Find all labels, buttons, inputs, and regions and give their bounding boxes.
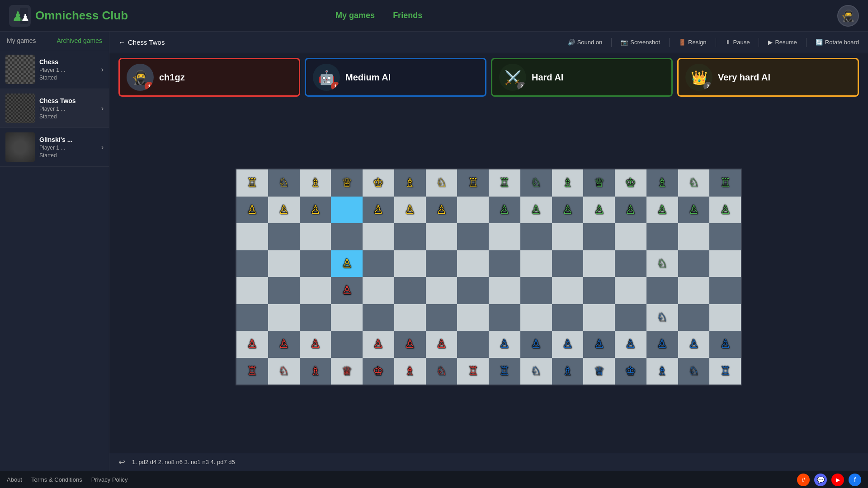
cell[interactable] bbox=[426, 250, 458, 277]
player-card-very-hard-ai[interactable]: 👑 2 Very hard AI bbox=[677, 58, 859, 97]
cell[interactable] bbox=[457, 250, 489, 277]
cell[interactable] bbox=[457, 223, 489, 250]
nav-friends[interactable]: Friends bbox=[393, 11, 422, 20]
cell[interactable] bbox=[583, 304, 615, 331]
cell[interactable] bbox=[678, 223, 710, 250]
cell[interactable]: ♗ bbox=[394, 358, 426, 385]
rotate-button[interactable]: 🔄 Rotate board bbox=[816, 39, 859, 46]
cell[interactable]: ♙ bbox=[678, 197, 710, 224]
cell[interactable]: ♔ bbox=[363, 169, 394, 197]
cell[interactable] bbox=[709, 277, 741, 304]
cell[interactable]: ♘ bbox=[520, 358, 552, 385]
cell[interactable]: ♙ bbox=[300, 331, 331, 358]
footer-discord-icon[interactable]: 💬 bbox=[814, 474, 827, 486]
cell[interactable]: ♙ bbox=[331, 250, 363, 277]
cell[interactable]: ♗ bbox=[552, 358, 584, 385]
cell[interactable]: ♙ bbox=[489, 331, 520, 358]
cell[interactable] bbox=[709, 223, 741, 250]
cell[interactable]: ♙ bbox=[394, 331, 426, 358]
footer-youtube-icon[interactable]: ▶ bbox=[831, 474, 844, 486]
cell[interactable] bbox=[457, 277, 489, 304]
cell[interactable]: ♖ bbox=[489, 358, 520, 385]
cell[interactable]: ♖ bbox=[709, 169, 741, 197]
cell[interactable]: ♕ bbox=[331, 358, 363, 385]
cell[interactable] bbox=[489, 304, 520, 331]
cell[interactable]: ♖ bbox=[457, 358, 489, 385]
cell[interactable] bbox=[678, 250, 710, 277]
sidebar-my-games-label[interactable]: My games bbox=[7, 37, 36, 44]
cell[interactable]: ♙ bbox=[709, 197, 741, 224]
cell[interactable] bbox=[394, 250, 426, 277]
cell[interactable]: ♕ bbox=[583, 358, 615, 385]
cell[interactable] bbox=[363, 250, 394, 277]
cell[interactable]: ♙ bbox=[709, 331, 741, 358]
cell[interactable] bbox=[709, 304, 741, 331]
cell[interactable]: ♙ bbox=[646, 197, 678, 224]
cell[interactable] bbox=[489, 250, 520, 277]
pause-button[interactable]: ⏸ Pause bbox=[725, 39, 750, 46]
cell[interactable]: ♙ bbox=[331, 277, 363, 304]
cell[interactable]: ♔ bbox=[363, 358, 394, 385]
cell[interactable] bbox=[583, 277, 615, 304]
cell[interactable]: ♗ bbox=[300, 358, 331, 385]
nav-my-games[interactable]: My games bbox=[335, 11, 375, 20]
cell[interactable] bbox=[615, 304, 646, 331]
cell[interactable] bbox=[489, 223, 520, 250]
cell[interactable] bbox=[300, 304, 331, 331]
cell[interactable]: ♗ bbox=[300, 169, 331, 197]
cell[interactable] bbox=[236, 304, 268, 331]
cell[interactable]: ♙ bbox=[583, 331, 615, 358]
cell[interactable]: ♖ bbox=[457, 169, 489, 197]
player-card-medium-ai[interactable]: 🤖 1 Medium AI bbox=[305, 58, 486, 97]
cell[interactable]: ♕ bbox=[331, 169, 363, 197]
cell[interactable]: ♘ bbox=[426, 169, 458, 197]
cell[interactable]: ♙ bbox=[552, 331, 584, 358]
sidebar-archived-label[interactable]: Archived games bbox=[57, 37, 102, 44]
cell[interactable]: ♙ bbox=[363, 331, 394, 358]
cell[interactable]: ♙ bbox=[678, 331, 710, 358]
cell[interactable]: ♙ bbox=[583, 197, 615, 224]
cell[interactable]: ♖ bbox=[236, 169, 268, 197]
screenshot-button[interactable]: 📷 Screenshot bbox=[621, 39, 660, 46]
cell[interactable]: ♙ bbox=[300, 197, 331, 224]
cell[interactable] bbox=[300, 250, 331, 277]
cell[interactable] bbox=[615, 250, 646, 277]
cell[interactable] bbox=[615, 223, 646, 250]
cell[interactable] bbox=[646, 223, 678, 250]
cell[interactable] bbox=[678, 277, 710, 304]
logo-area[interactable]: ♟ ♟ Omnichess Club bbox=[9, 5, 128, 27]
cell[interactable] bbox=[426, 304, 458, 331]
cell[interactable]: ♕ bbox=[583, 169, 615, 197]
cell[interactable]: ♙ bbox=[426, 197, 458, 224]
cell[interactable]: ♔ bbox=[615, 358, 646, 385]
cell[interactable] bbox=[520, 277, 552, 304]
cell[interactable] bbox=[646, 277, 678, 304]
cell[interactable] bbox=[363, 277, 394, 304]
cell[interactable]: ♗ bbox=[646, 169, 678, 197]
cell[interactable]: ♙ bbox=[426, 331, 458, 358]
footer-terms[interactable]: Terms & Conditions bbox=[31, 476, 82, 483]
player-card-ch1gz[interactable]: 🥷 1 ch1gz bbox=[118, 58, 300, 97]
cell[interactable] bbox=[331, 223, 363, 250]
footer-about[interactable]: About bbox=[7, 476, 22, 483]
cell[interactable] bbox=[268, 250, 300, 277]
cell[interactable] bbox=[363, 304, 394, 331]
cell[interactable] bbox=[300, 223, 331, 250]
cell[interactable]: ♗ bbox=[646, 358, 678, 385]
cell[interactable] bbox=[236, 223, 268, 250]
footer-reddit-icon[interactable]: r/ bbox=[797, 474, 810, 486]
cell[interactable]: ♔ bbox=[615, 169, 646, 197]
cell[interactable] bbox=[457, 197, 489, 224]
cell[interactable] bbox=[457, 304, 489, 331]
cell[interactable]: ♘ bbox=[646, 250, 678, 277]
cell[interactable] bbox=[583, 223, 615, 250]
cell[interactable] bbox=[520, 250, 552, 277]
sidebar-game-chess[interactable]: Chess Player 1 ... Started › bbox=[0, 50, 109, 89]
cell[interactable] bbox=[268, 304, 300, 331]
cell[interactable]: ♙ bbox=[236, 331, 268, 358]
resign-button[interactable]: 🚪 Resign bbox=[679, 39, 706, 46]
cell[interactable]: ♙ bbox=[646, 331, 678, 358]
sidebar-game-chess-twos[interactable]: Chess Twos Player 1 ... Started › bbox=[0, 89, 109, 128]
cell[interactable]: ♗ bbox=[394, 169, 426, 197]
cell[interactable]: ♙ bbox=[520, 197, 552, 224]
